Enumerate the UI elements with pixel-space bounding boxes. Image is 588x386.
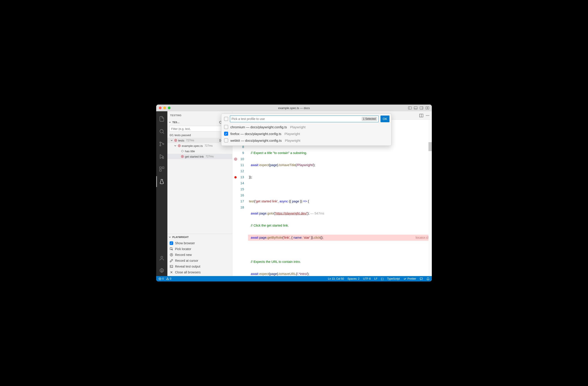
explorer-icon[interactable]	[156, 114, 167, 124]
activity-bar	[156, 111, 168, 276]
status-eol[interactable]: LF	[374, 277, 377, 280]
pw-pick-locator-label: Pick locator	[175, 247, 191, 251]
search-icon[interactable]	[156, 126, 167, 137]
more-icon[interactable]	[425, 114, 430, 117]
settings-gear-icon[interactable]	[156, 265, 167, 276]
double-check-icon	[403, 277, 406, 280]
svg-rect-16	[160, 170, 161, 171]
checkbox-checked-icon	[224, 132, 228, 136]
tree-root-dur: 727ms	[186, 139, 194, 142]
tree-file-label: example.spec.ts	[182, 144, 203, 148]
picker-item-chromium[interactable]: chromium — docs/playwright.config.ts Pla…	[223, 124, 389, 130]
tree-test-has-title[interactable]: has title	[168, 148, 232, 154]
close-window-button[interactable]	[159, 107, 162, 109]
picker-selected-badge: 1 Selected	[362, 117, 377, 121]
picker-item-firefox[interactable]: firefox — docs/playwright.config.ts Play…	[223, 130, 389, 137]
extensions-icon[interactable]	[156, 164, 167, 174]
svg-point-10	[160, 142, 161, 143]
status-encoding[interactable]: UTF-8	[363, 277, 371, 280]
checkbox-icon	[224, 138, 228, 142]
titlebar: example.spec.ts — docs	[156, 105, 432, 111]
status-language[interactable]: TypeScript	[387, 277, 400, 280]
source-control-icon[interactable]	[156, 139, 167, 149]
layout-icon[interactable]	[425, 106, 429, 110]
warning-icon	[166, 277, 169, 280]
picker-input-wrap: 1 Selected	[230, 116, 379, 122]
picker-item-label: chromium — docs/playwright.config.ts	[230, 125, 287, 129]
picker-item-webkit[interactable]: webkit — docs/playwright.config.ts Playw…	[223, 137, 389, 144]
pencil-icon	[170, 259, 173, 262]
picker-item-label: firefox — docs/playwright.config.ts	[230, 132, 281, 136]
picker-item-label: webkit — docs/playwright.config.ts	[230, 139, 282, 142]
svg-point-11	[160, 145, 161, 146]
svg-point-18	[161, 270, 163, 271]
playwright-section-header[interactable]: PLAYWRIGHT	[168, 234, 232, 240]
picker-select-all-checkbox[interactable]	[224, 117, 228, 121]
svg-rect-6	[426, 107, 427, 109]
traffic-lights	[159, 107, 170, 109]
profile-picker: 1 Selected OK chromium — docs/playwright…	[221, 114, 392, 146]
panel-bottom-icon[interactable]	[414, 106, 418, 110]
bell-icon[interactable]	[426, 277, 430, 280]
line-number: 15	[232, 186, 244, 192]
maximize-window-button[interactable]	[168, 107, 170, 109]
svg-point-12	[163, 143, 164, 144]
close-icon	[170, 270, 173, 274]
line-number: 16	[232, 192, 244, 198]
testing-icon[interactable]	[156, 176, 167, 187]
status-cursor[interactable]: Ln 13, Col 50	[328, 277, 344, 280]
tree-file-dur: 727ms	[205, 144, 213, 147]
svg-rect-2	[414, 107, 417, 109]
tree-t1-label: has title	[185, 150, 195, 153]
pw-show-browser[interactable]: ✓ Show browser	[168, 240, 232, 246]
svg-line-9	[163, 132, 164, 134]
pw-close-browsers-label: Close all browsers	[175, 270, 201, 274]
panel-left-icon[interactable]	[408, 106, 412, 110]
svg-point-40	[234, 176, 237, 178]
pw-close-browsers[interactable]: Close all browsers	[168, 269, 232, 275]
svg-rect-4	[420, 107, 423, 109]
picker-ok-button[interactable]: OK	[380, 116, 389, 122]
pw-pick-locator[interactable]: Pick locator	[168, 246, 232, 252]
layout-controls	[408, 106, 429, 110]
svg-point-38	[428, 115, 429, 116]
terminal-icon	[170, 265, 173, 268]
status-braces-icon[interactable]: { }	[381, 277, 383, 280]
account-icon[interactable]	[156, 253, 167, 264]
status-errors[interactable]: 0	[158, 277, 164, 280]
tree-test-get-started[interactable]: get started link 727ms	[168, 154, 232, 159]
svg-point-37	[427, 115, 428, 116]
tree-root-label: tests	[178, 139, 184, 142]
split-editor-icon[interactable]	[419, 114, 423, 117]
pw-reveal-output[interactable]: Reveal test output	[168, 264, 232, 269]
minimize-window-button[interactable]	[163, 107, 166, 109]
picker-item-sublabel: Playwright	[290, 125, 306, 129]
pw-record-cursor-label: Record at cursor	[175, 259, 198, 262]
status-spaces[interactable]: Spaces: 2	[348, 277, 359, 280]
pw-reveal-output-label: Reveal test output	[175, 265, 200, 268]
status-prettier[interactable]: Prettier	[403, 277, 416, 280]
line-number: 14	[232, 180, 244, 186]
pw-record-new-label: Record new	[175, 253, 192, 257]
svg-rect-7	[428, 107, 429, 109]
feedback-icon[interactable]	[420, 277, 423, 280]
line-number: 18	[232, 204, 244, 211]
svg-rect-0	[408, 107, 411, 109]
panel-right-icon[interactable]	[420, 106, 423, 110]
breakpoint-icon[interactable]	[234, 176, 237, 178]
checkmark-icon: ✓	[170, 241, 173, 245]
svg-rect-15	[162, 167, 164, 169]
status-warnings[interactable]: 0	[166, 277, 171, 280]
minimap[interactable]	[428, 120, 432, 276]
pw-show-browser-label: Show browser	[175, 241, 195, 245]
error-icon	[158, 277, 162, 280]
pw-record-new[interactable]: Record new	[168, 252, 232, 258]
run-debug-icon[interactable]	[156, 151, 167, 162]
pw-record-cursor[interactable]: Record at cursor	[168, 258, 232, 264]
svg-point-29	[182, 150, 184, 152]
tree-t2-label: get started link	[185, 155, 204, 158]
picker-input[interactable]	[231, 117, 362, 121]
line-number: 17	[232, 198, 244, 204]
error-glyph-icon[interactable]	[234, 157, 237, 161]
picker-item-sublabel: Playwright	[285, 139, 300, 142]
